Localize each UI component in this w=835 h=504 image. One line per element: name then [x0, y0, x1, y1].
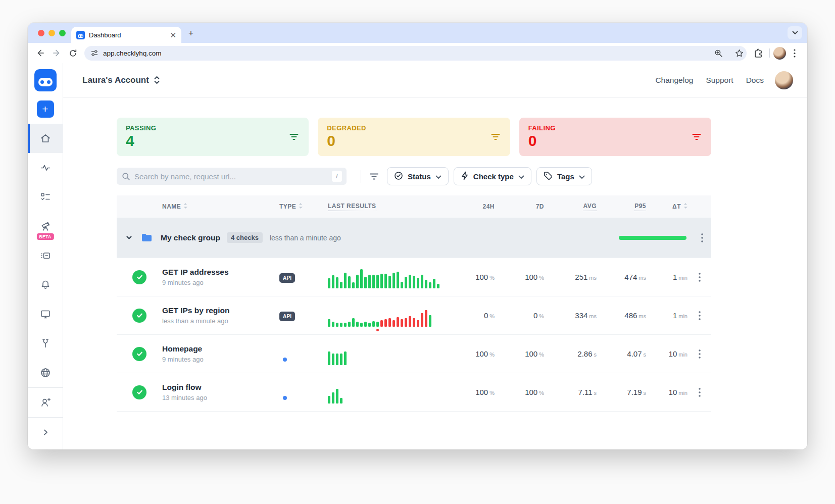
sidebar-item-home[interactable]: [28, 124, 63, 153]
sidebar-item-checks[interactable]: [28, 182, 63, 212]
bookmark-star-icon[interactable]: [735, 49, 744, 58]
zoom-page-icon[interactable]: [714, 49, 723, 58]
user-avatar[interactable]: [775, 71, 793, 89]
api-type-badge: API: [279, 273, 295, 283]
header-nav-link[interactable]: Changelog: [655, 76, 693, 85]
metric-value: 474: [624, 273, 637, 281]
results-sparkline[interactable]: [328, 343, 455, 365]
column-header-24h[interactable]: 24H: [455, 203, 495, 210]
sidebar-item-monitoring[interactable]: [28, 153, 63, 182]
status-card-degraded[interactable]: DEGRADED0: [318, 118, 510, 156]
group-menu-icon[interactable]: [701, 233, 703, 244]
column-header-avg[interactable]: AVG: [544, 203, 597, 211]
close-window-button[interactable]: [38, 30, 44, 36]
status-page-icon: [40, 250, 51, 261]
avg-cell: 251ms: [544, 273, 597, 282]
table-row-check[interactable]: GET IP addresses9 minutes agoAPI100%100%…: [117, 258, 711, 296]
search-input[interactable]: [134, 172, 328, 181]
group-collapse-icon[interactable]: [125, 234, 133, 241]
sidebar-item-private-locations[interactable]: [28, 358, 63, 387]
status-card-count: 0: [327, 132, 501, 149]
metric-unit: ms: [638, 275, 646, 281]
new-tab-button[interactable]: +: [188, 29, 193, 37]
address-bar[interactable]: app.checklyhq.com: [84, 46, 747, 61]
row-menu-button[interactable]: [687, 273, 711, 282]
check-icon: [136, 312, 143, 319]
table-row-check[interactable]: GET IPs by regionless than a minute agoA…: [117, 296, 711, 334]
result-bar: [376, 322, 379, 327]
name-cell[interactable]: Homepage9 minutes ago: [162, 344, 279, 363]
sort-arrows-icon[interactable]: [683, 203, 687, 209]
sidebar-item-maintenance[interactable]: [28, 329, 63, 358]
extensions-icon[interactable]: [751, 45, 766, 61]
zoom-window-button[interactable]: [59, 30, 66, 36]
result-bar: [328, 319, 330, 327]
reload-button[interactable]: [65, 45, 80, 61]
results-sparkline[interactable]: [328, 305, 455, 327]
name-cell[interactable]: Login flow13 minutes ago: [162, 383, 279, 401]
column-header-last-results[interactable]: LAST RESULTS: [328, 203, 455, 211]
account-switcher[interactable]: Laura's Account: [82, 75, 160, 85]
dashboard-content: PASSING4DEGRADED0FAILING0 / StatusCheck …: [63, 97, 807, 412]
card-filter-icon: [491, 133, 500, 140]
filter-button-check-type[interactable]: Check type: [454, 167, 531, 185]
sidebar-item-explore-beta[interactable]: BETA: [28, 212, 63, 241]
api-type-badge: API: [279, 312, 295, 321]
row-menu-button[interactable]: [687, 388, 711, 397]
sidebar-item-status-pages[interactable]: [28, 241, 63, 270]
sidebar-item-alerts[interactable]: [28, 270, 63, 299]
filter-button-tags[interactable]: Tags: [536, 167, 592, 185]
sort-arrows-icon[interactable]: [183, 203, 187, 209]
header-nav-link[interactable]: Docs: [746, 76, 764, 85]
result-bar: [425, 280, 427, 288]
column-header-7d[interactable]: 7D: [495, 203, 544, 210]
browser-tab[interactable]: Dashboard ✕: [71, 27, 181, 43]
browser-profile-avatar[interactable]: [773, 47, 786, 60]
result-bar: [429, 315, 431, 327]
column-header-name[interactable]: NAME: [162, 203, 279, 211]
name-cell[interactable]: GET IP addresses9 minutes ago: [162, 268, 279, 286]
site-settings-icon[interactable]: [90, 49, 99, 57]
filter-funnel-icon[interactable]: [369, 173, 379, 180]
row-menu-button[interactable]: [687, 311, 711, 320]
filter-icon[interactable]: [289, 133, 299, 142]
results-sparkline[interactable]: [328, 266, 455, 288]
tab-search-button[interactable]: [788, 26, 802, 39]
forward-button[interactable]: [49, 45, 64, 61]
name-cell[interactable]: GET IPs by regionless than a minute ago: [162, 306, 279, 325]
status-card-failing[interactable]: FAILING0: [519, 118, 711, 156]
beta-badge: BETA: [36, 233, 54, 240]
filter-icon[interactable]: [491, 133, 500, 142]
sidebar-item-invite-user[interactable]: [28, 388, 63, 417]
globe-icon: [40, 367, 51, 378]
tab-close-icon[interactable]: ✕: [170, 31, 176, 39]
column-header-p95[interactable]: P95: [597, 203, 646, 211]
column-label: TYPE: [279, 203, 296, 210]
column-header-δt[interactable]: ΔT: [646, 203, 687, 211]
metric-unit: %: [539, 275, 544, 281]
sort-arrows-icon[interactable]: [299, 203, 303, 209]
browser-menu-icon[interactable]: [787, 45, 802, 61]
filter-button-status[interactable]: Status: [387, 167, 449, 185]
search-box[interactable]: /: [117, 168, 347, 185]
metric-value: 4.07: [627, 349, 642, 358]
result-bar: [372, 321, 375, 327]
check-group-row[interactable]: My check group 4 checks less than a minu…: [117, 218, 711, 258]
status-card-passing[interactable]: PASSING4: [117, 118, 309, 156]
column-header-type[interactable]: TYPE: [279, 203, 328, 211]
table-row-check[interactable]: Login flow13 minutes ago100%100%7.11s7.1…: [117, 373, 711, 411]
header-nav-link[interactable]: Support: [706, 76, 733, 85]
results-sparkline[interactable]: [328, 381, 455, 404]
checkly-logo[interactable]: [34, 69, 57, 91]
table-row-check[interactable]: Homepage9 minutes ago100%100%2.86s4.07s1…: [117, 334, 711, 373]
sidebar-item-dashboards[interactable]: [28, 299, 63, 329]
create-new-button[interactable]: +: [37, 100, 54, 118]
column-label: ΔT: [672, 203, 681, 210]
result-bar: [413, 318, 415, 327]
back-button[interactable]: [33, 45, 48, 61]
minimize-window-button[interactable]: [48, 30, 55, 36]
result-bar: [364, 322, 367, 327]
filter-icon[interactable]: [692, 133, 701, 142]
sidebar-collapse-button[interactable]: [28, 418, 63, 447]
row-menu-button[interactable]: [687, 349, 711, 359]
